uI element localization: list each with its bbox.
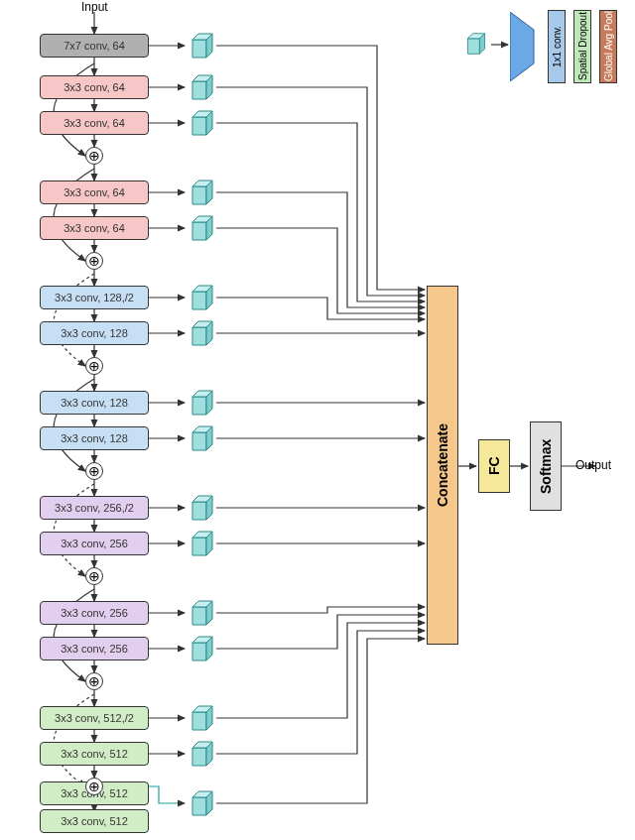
conv-3x3-256-1: 3x3 conv, 256 bbox=[40, 532, 149, 555]
sum-1: ⊕ bbox=[85, 147, 103, 165]
feature-cube-icon bbox=[189, 740, 216, 768]
feature-cube-icon bbox=[189, 73, 216, 101]
diagram-canvas: Input 7x7 conv, 64 3x3 conv, 64 3x3 conv… bbox=[0, 0, 635, 840]
conv-3x3-256-2: 3x3 conv, 256 bbox=[40, 601, 149, 625]
sum-6: ⊕ bbox=[85, 672, 103, 690]
feature-cube-icon bbox=[189, 214, 216, 242]
conv-3x3-512-s2: 3x3 conv, 512,/2 bbox=[40, 706, 149, 730]
feature-cube-icon bbox=[189, 284, 216, 311]
conv-7x7-64: 7x7 conv, 64 bbox=[40, 34, 149, 58]
legend-global-avg-pool: Global Avg Pool bbox=[599, 10, 617, 83]
svg-marker-45 bbox=[510, 12, 534, 81]
feature-cube-icon bbox=[189, 179, 216, 206]
feature-cube-icon bbox=[189, 424, 216, 452]
sum-5: ⊕ bbox=[85, 567, 103, 585]
feature-cube-icon bbox=[189, 530, 216, 557]
conv-3x3-128-2: 3x3 conv, 128 bbox=[40, 391, 149, 415]
softmax-block: Softmax bbox=[530, 421, 562, 511]
conv-3x3-64-4: 3x3 conv, 64 bbox=[40, 216, 149, 240]
conv-3x3-64-3: 3x3 conv, 64 bbox=[40, 180, 149, 204]
input-label: Input bbox=[81, 0, 108, 14]
feature-cube-icon bbox=[189, 599, 216, 627]
feature-cube-icon bbox=[189, 789, 216, 817]
conv-3x3-64-1: 3x3 conv, 64 bbox=[40, 75, 149, 99]
legend-trapezoid-icon bbox=[510, 12, 540, 81]
conv-3x3-512-1: 3x3 conv, 512 bbox=[40, 742, 149, 766]
concatenate-block: Concatenate bbox=[427, 286, 458, 645]
output-label: Output bbox=[575, 458, 611, 472]
feature-cube-icon bbox=[189, 389, 216, 417]
feature-cube-icon bbox=[189, 704, 216, 732]
feature-cube-icon bbox=[189, 635, 216, 662]
legend-conv1x1: 1x1 conv. bbox=[548, 10, 566, 83]
feature-cube-icon bbox=[189, 32, 216, 60]
sum-2: ⊕ bbox=[85, 252, 103, 270]
conv-3x3-512-3: 3x3 conv, 512 bbox=[40, 809, 149, 833]
feature-cube-icon bbox=[189, 319, 216, 347]
conv-3x3-128-3: 3x3 conv, 128 bbox=[40, 426, 149, 450]
sum-4: ⊕ bbox=[85, 462, 103, 480]
sum-7: ⊕ bbox=[85, 778, 103, 795]
feature-cube-icon bbox=[189, 494, 216, 522]
conv-3x3-128-1: 3x3 conv, 128 bbox=[40, 321, 149, 345]
legend-spatial-dropout: Spatial Dropout bbox=[573, 10, 591, 83]
conv-3x3-256-s2: 3x3 conv, 256,/2 bbox=[40, 496, 149, 520]
fc-block: FC bbox=[478, 439, 510, 493]
sum-3: ⊕ bbox=[85, 357, 103, 375]
feature-cube-icon bbox=[189, 109, 216, 137]
legend-cube-icon bbox=[464, 32, 488, 56]
conv-3x3-256-3: 3x3 conv, 256 bbox=[40, 637, 149, 660]
conv-3x3-64-2: 3x3 conv, 64 bbox=[40, 111, 149, 135]
conv-3x3-128-s2: 3x3 conv, 128,/2 bbox=[40, 286, 149, 309]
